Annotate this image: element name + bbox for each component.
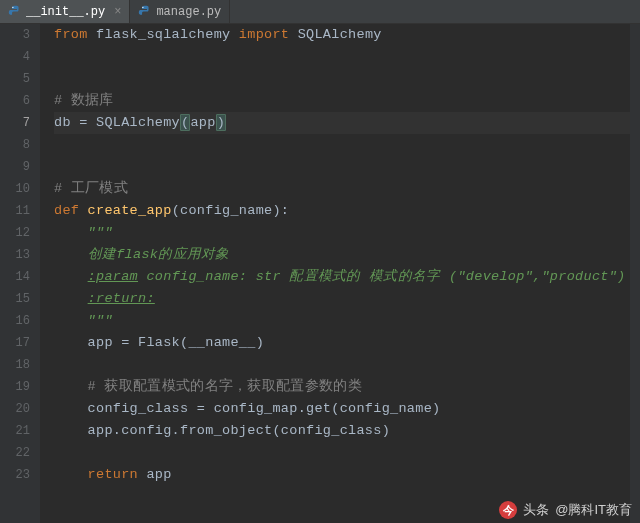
code-line: # 工厂模式 — [54, 178, 640, 200]
line-number: 15 — [0, 288, 30, 310]
line-number: 3 — [0, 24, 30, 46]
close-icon[interactable]: × — [114, 5, 121, 19]
code-line — [54, 46, 640, 68]
line-number: 20 — [0, 398, 30, 420]
code-line — [54, 442, 640, 464]
line-number: 9 — [0, 156, 30, 178]
code-line: :return: — [54, 288, 640, 310]
line-number: 5 — [0, 68, 30, 90]
vertical-scrollbar[interactable] — [630, 24, 640, 523]
code-line: from flask_sqlalchemy import SQLAlchemy — [54, 24, 640, 46]
watermark-label: 头条 — [523, 501, 549, 519]
code-line: return app — [54, 464, 640, 486]
toutiao-icon: 今 — [499, 501, 517, 519]
code-line — [54, 354, 640, 376]
code-line-current: db = SQLAlchemy(app) — [54, 112, 640, 134]
line-number: 22 — [0, 442, 30, 464]
line-number: 23 — [0, 464, 30, 486]
line-number: 17 — [0, 332, 30, 354]
line-number: 8 — [0, 134, 30, 156]
code-line: def create_app(config_name): — [54, 200, 640, 222]
svg-point-1 — [12, 7, 13, 8]
line-number: 7 — [0, 112, 30, 134]
tab-manage-py[interactable]: manage.py — [130, 0, 230, 23]
line-number: 21 — [0, 420, 30, 442]
code-line: """ — [54, 222, 640, 244]
line-number: 18 — [0, 354, 30, 376]
code-area[interactable]: from flask_sqlalchemy import SQLAlchemy … — [40, 24, 640, 523]
line-number: 4 — [0, 46, 30, 68]
tab-init-py[interactable]: __init__.py × — [0, 0, 130, 23]
line-number: 16 — [0, 310, 30, 332]
line-number: 14 — [0, 266, 30, 288]
code-line — [54, 68, 640, 90]
watermark-handle: @腾科IT教育 — [555, 501, 632, 519]
code-line — [54, 156, 640, 178]
python-file-icon — [138, 5, 151, 18]
code-line: config_class = config_map.get(config_nam… — [54, 398, 640, 420]
watermark: 今 头条 @腾科IT教育 — [499, 501, 632, 519]
code-line — [54, 134, 640, 156]
editor-tabs: __init__.py × manage.py — [0, 0, 640, 24]
code-line: app = Flask(__name__) — [54, 332, 640, 354]
code-line: """ — [54, 310, 640, 332]
line-number: 12 — [0, 222, 30, 244]
code-line: :param config_name: str 配置模式的 模式的名字 ("de… — [54, 266, 640, 288]
code-line: # 数据库 — [54, 90, 640, 112]
tab-label: __init__.py — [26, 5, 105, 19]
line-number-gutter: 34567891011121314151617181920212223 — [0, 24, 40, 523]
code-line: # 获取配置模式的名字，获取配置参数的类 — [54, 376, 640, 398]
line-number: 11 — [0, 200, 30, 222]
code-line: 创建flask的应用对象 — [54, 244, 640, 266]
line-number: 6 — [0, 90, 30, 112]
line-number: 13 — [0, 244, 30, 266]
tab-label: manage.py — [156, 5, 221, 19]
code-line: app.config.from_object(config_class) — [54, 420, 640, 442]
svg-point-3 — [143, 7, 144, 8]
editor-pane: 34567891011121314151617181920212223 from… — [0, 24, 640, 523]
line-number: 19 — [0, 376, 30, 398]
line-number: 10 — [0, 178, 30, 200]
python-file-icon — [8, 5, 21, 18]
